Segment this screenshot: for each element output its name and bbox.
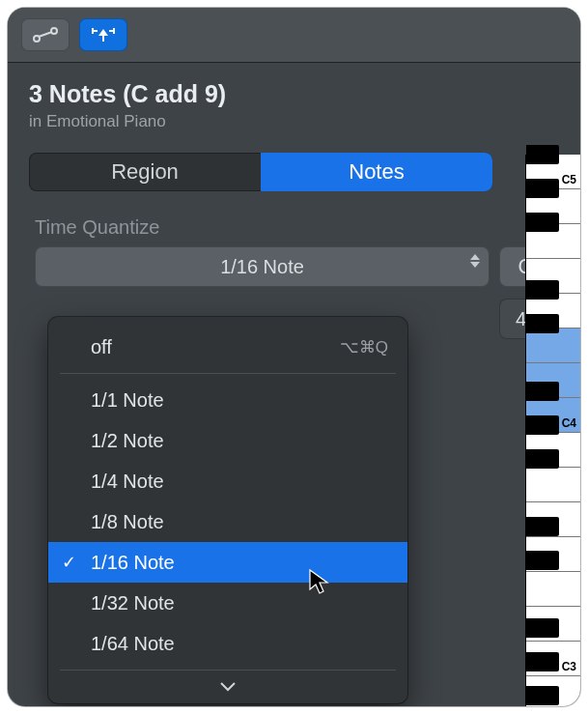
automation-toggle-button[interactable] <box>21 18 70 51</box>
menu-item-1-16[interactable]: 1/16 Note <box>48 542 407 583</box>
selection-subtitle: in Emotional Piano <box>29 112 559 131</box>
octave-label-c3: C3 <box>562 660 576 673</box>
selection-header: 3 Notes (C add 9) in Emotional Piano <box>8 63 580 141</box>
menu-shortcut: ⌥⌘Q <box>340 337 388 357</box>
toolbar <box>8 8 580 63</box>
octave-label-c4: C4 <box>562 416 576 430</box>
menu-separator <box>60 373 396 374</box>
menu-item-1-32[interactable]: 1/32 Note <box>48 583 407 623</box>
tab-region[interactable]: Region <box>29 153 261 191</box>
menu-item-1-4[interactable]: 1/4 Note <box>48 461 407 501</box>
menu-item-1-64[interactable]: 1/64 Note <box>48 623 407 664</box>
inspector-window: 3 Notes (C add 9) in Emotional Piano Reg… <box>8 8 580 706</box>
svg-point-1 <box>51 28 57 34</box>
menu-separator <box>60 670 396 671</box>
menu-item-off[interactable]: off ⌥⌘Q <box>48 327 407 367</box>
selected-key-e4[interactable] <box>526 328 580 363</box>
quantize-value-popup[interactable]: 1/16 Note <box>35 246 490 287</box>
quantize-value-text: 1/16 Note <box>220 256 304 278</box>
tab-notes[interactable]: Notes <box>261 153 492 191</box>
stepper-icon <box>470 254 480 268</box>
filter-icon <box>91 26 116 43</box>
time-quantize-label: Time Quantize <box>8 191 580 246</box>
menu-item-1-8[interactable]: 1/8 Note <box>48 501 407 542</box>
chevron-down-icon <box>219 681 237 693</box>
quantize-menu: off ⌥⌘Q 1/1 Note 1/2 Note 1/4 Note 1/8 N… <box>48 317 407 703</box>
inspector-tabs: Region Notes <box>29 153 492 191</box>
octave-label-c5: C5 <box>562 173 576 186</box>
menu-item-1-1[interactable]: 1/1 Note <box>48 380 407 420</box>
filter-button[interactable] <box>79 18 127 51</box>
automation-icon <box>33 27 58 43</box>
svg-line-2 <box>39 32 52 37</box>
menu-item-1-2[interactable]: 1/2 Note <box>48 420 407 461</box>
piano-ruler[interactable]: C5 C4 C3 <box>525 155 580 706</box>
menu-scroll-down[interactable] <box>48 676 407 698</box>
selection-title: 3 Notes (C add 9) <box>29 80 559 108</box>
